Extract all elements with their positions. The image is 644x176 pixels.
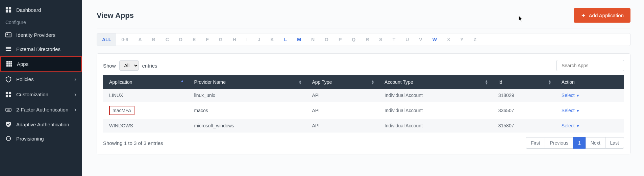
cell-provider: macos — [188, 102, 306, 119]
shield-icon — [5, 76, 11, 82]
sidebar-item-customization[interactable]: Customization › — [0, 87, 82, 102]
sidebar-item-label: Dashboard — [16, 7, 41, 13]
alpha-filter-all[interactable]: ALL — [97, 33, 116, 46]
alpha-filter-F[interactable]: F — [201, 33, 214, 46]
svg-rect-10 — [6, 50, 11, 51]
sidebar-item-policies[interactable]: Policies › — [0, 72, 82, 87]
pager-next[interactable]: Next — [586, 137, 605, 149]
sidebar-item-provisioning[interactable]: Provisioning — [0, 131, 82, 146]
table-row: macMFAmacosAPIIndividual Account336507Se… — [103, 102, 624, 119]
alpha-filter-O[interactable]: O — [320, 33, 333, 46]
alpha-filter-Z[interactable]: Z — [469, 33, 482, 46]
sidebar-item-label: Policies — [16, 76, 34, 82]
col-label: Application — [109, 79, 132, 85]
chevron-right-icon: › — [74, 76, 76, 83]
alpha-filter-R[interactable]: R — [361, 33, 374, 46]
alpha-filter-W[interactable]: W — [427, 33, 442, 46]
pager-prev[interactable]: Previous — [545, 137, 573, 149]
alpha-filter-C[interactable]: C — [160, 33, 174, 46]
action-select[interactable]: Select▼ — [562, 108, 580, 113]
col-id[interactable]: Id▲▼ — [492, 75, 555, 89]
cell-account: Individual Account — [378, 89, 492, 102]
sidebar-item-dashboard[interactable]: Dashboard — [0, 3, 82, 17]
pager-page-1[interactable]: 1 — [573, 137, 586, 149]
alpha-filter-Q[interactable]: Q — [347, 33, 361, 46]
alpha-filter-E[interactable]: E — [188, 33, 201, 46]
alpha-filter-K[interactable]: K — [266, 33, 279, 46]
col-label: Provider Name — [194, 79, 226, 85]
alpha-filter-A[interactable]: A — [133, 33, 147, 46]
sidebar-item-label: Identity Providers — [16, 32, 55, 38]
alpha-filter-L[interactable]: L — [279, 33, 292, 46]
add-button-label: Add Application — [589, 12, 624, 18]
svg-rect-0 — [6, 7, 8, 9]
svg-rect-7 — [9, 35, 10, 35]
alpha-filter-M[interactable]: M — [292, 33, 306, 46]
col-label: App Type — [312, 79, 332, 85]
sidebar-item-external-directories[interactable]: External Directories — [0, 42, 82, 56]
alpha-filter-J[interactable]: J — [253, 33, 266, 46]
pager-last[interactable]: Last — [605, 137, 624, 149]
svg-rect-6 — [9, 34, 10, 34]
svg-rect-5 — [7, 33, 8, 35]
sidebar-item-apps[interactable]: Apps — [0, 56, 82, 72]
alpha-filter-D[interactable]: D — [174, 33, 188, 46]
action-select[interactable]: Select▼ — [562, 93, 580, 98]
list-icon — [5, 46, 11, 52]
sidebar-item-adaptive-auth[interactable]: Adaptive Authentication — [0, 117, 82, 131]
alpha-filter-row: ALL 0-9ABCDEFGHIJKLMNOPQRSTUVWXYZ — [97, 33, 630, 46]
svg-rect-13 — [10, 61, 12, 63]
cell-id: 318029 — [492, 89, 555, 102]
pager: First Previous 1 Next Last — [526, 137, 624, 149]
svg-rect-11 — [6, 61, 8, 63]
alpha-filter-I[interactable]: I — [241, 33, 253, 46]
svg-rect-19 — [10, 65, 12, 67]
svg-rect-3 — [9, 10, 11, 12]
table-toolbar: Show All entries — [103, 60, 624, 71]
apps-tbody: LINUXlinux_unixAPIIndividual Account3180… — [103, 89, 624, 132]
sidebar-item-label: Adaptive Authentication — [16, 122, 69, 127]
alpha-filter-N[interactable]: N — [306, 33, 320, 46]
col-provider[interactable]: Provider Name▲▼ — [188, 75, 306, 89]
sidebar-item-label: 2-Factor Authentication — [16, 107, 68, 112]
alpha-filter-Y[interactable]: Y — [455, 33, 468, 46]
col-apptype[interactable]: App Type▲▼ — [306, 75, 378, 89]
entries-info: Showing 1 to 3 of 3 entries — [103, 140, 163, 146]
cell-id: 336507 — [492, 102, 555, 119]
sync-icon — [5, 135, 11, 142]
sidebar-item-identity-providers[interactable]: Identity Providers — [0, 28, 82, 42]
alpha-filter-P[interactable]: P — [333, 33, 347, 46]
show-entries-select[interactable]: All — [119, 60, 139, 71]
svg-rect-18 — [8, 65, 10, 67]
sidebar-item-label: Apps — [17, 61, 28, 67]
action-select[interactable]: Select▼ — [562, 123, 580, 128]
chevron-right-icon: › — [74, 106, 76, 113]
svg-rect-14 — [6, 63, 8, 65]
alpha-filter-V[interactable]: V — [414, 33, 427, 46]
col-account[interactable]: Account Type▲▼ — [378, 75, 492, 89]
alpha-filter-G[interactable]: G — [214, 33, 228, 46]
puzzle-icon — [5, 92, 11, 98]
alpha-filter-H[interactable]: H — [228, 33, 241, 46]
col-application[interactable]: Application ▲ — [103, 75, 188, 89]
svg-text:123: 123 — [7, 108, 10, 111]
pager-first[interactable]: First — [526, 137, 545, 149]
grid-icon — [6, 61, 12, 67]
sidebar-item-label: Provisioning — [16, 136, 44, 142]
alpha-filter-T[interactable]: T — [388, 33, 401, 46]
search-input[interactable] — [556, 60, 624, 71]
alpha-filter-0-9[interactable]: 0-9 — [116, 33, 133, 46]
alpha-filter-B[interactable]: B — [147, 33, 160, 46]
sidebar-item-2fa[interactable]: 123 2-Factor Authentication › — [0, 102, 82, 117]
svg-rect-16 — [10, 63, 12, 65]
apps-card: Show All entries Application ▲ Provider … — [97, 53, 630, 154]
cell-application: macMFA — [109, 106, 134, 115]
sidebar-section-configure: Configure — [0, 17, 82, 28]
add-application-button[interactable]: ＋ Add Application — [574, 8, 630, 23]
alpha-filter-X[interactable]: X — [442, 33, 455, 46]
svg-rect-21 — [9, 92, 11, 94]
alpha-filter-U[interactable]: U — [400, 33, 414, 46]
alpha-filter-S[interactable]: S — [374, 33, 387, 46]
svg-rect-17 — [6, 65, 8, 67]
entries-label: entries — [142, 63, 157, 69]
